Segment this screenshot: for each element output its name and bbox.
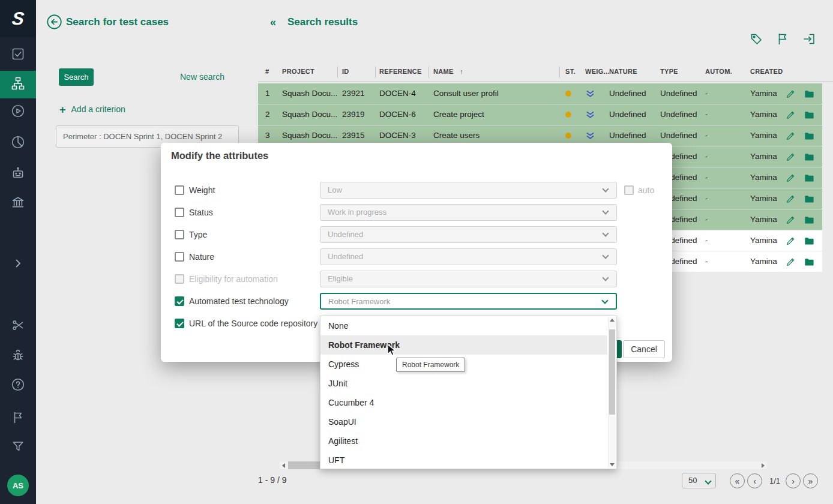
tags-icon[interactable] bbox=[749, 32, 765, 47]
collapse-results-icon[interactable]: « bbox=[270, 16, 276, 29]
dropdown-option[interactable]: SoapUI bbox=[320, 412, 607, 431]
field-checkbox[interactable] bbox=[175, 230, 184, 239]
field-checkbox[interactable] bbox=[175, 252, 184, 262]
column-separator[interactable] bbox=[337, 67, 338, 78]
sidebar-item-chevron-right[interactable] bbox=[0, 251, 36, 278]
option-tooltip: Robot Framework bbox=[396, 358, 465, 372]
edit-icon[interactable] bbox=[786, 209, 799, 227]
folder-icon[interactable] bbox=[804, 125, 817, 143]
logo-letter: S bbox=[11, 8, 25, 29]
edit-icon[interactable] bbox=[786, 104, 799, 122]
column-header[interactable]: REFERENCE bbox=[379, 68, 422, 75]
scroll-down-icon[interactable] bbox=[610, 463, 615, 466]
dropdown-option[interactable]: UFT bbox=[320, 451, 607, 469]
column-header[interactable]: ID bbox=[342, 68, 349, 75]
column-header[interactable]: ST. bbox=[565, 68, 576, 75]
flag-icon[interactable] bbox=[775, 32, 791, 47]
column-header[interactable]: TYPE bbox=[660, 68, 678, 75]
edit-icon[interactable] bbox=[786, 230, 799, 248]
dropdown-option[interactable]: Robot Framework bbox=[320, 335, 607, 355]
column-header[interactable]: PROJECT bbox=[282, 68, 314, 75]
new-search-link[interactable]: New search bbox=[180, 72, 224, 82]
column-header[interactable]: AUTOM. bbox=[705, 68, 732, 75]
field-checkbox[interactable] bbox=[175, 208, 184, 217]
auto-checkbox[interactable] bbox=[624, 185, 634, 195]
sidebar-item-bank[interactable] bbox=[0, 190, 36, 217]
folder-icon[interactable] bbox=[804, 188, 817, 206]
folder-icon[interactable] bbox=[804, 251, 817, 269]
sidebar-item-check-square[interactable] bbox=[0, 41, 36, 69]
field-select[interactable]: Undefined bbox=[320, 226, 617, 243]
folder-icon[interactable] bbox=[804, 83, 817, 101]
sidebar-item-filter[interactable] bbox=[0, 434, 36, 461]
folder-icon[interactable] bbox=[804, 209, 817, 227]
page-size-select[interactable]: 50 bbox=[682, 473, 716, 488]
sidebar-item-robot[interactable] bbox=[0, 160, 36, 188]
sidebar-item-pie-chart[interactable] bbox=[0, 130, 36, 157]
add-criterion-button[interactable]: +Add a criterion bbox=[59, 104, 125, 116]
chevron-down-icon bbox=[602, 274, 609, 281]
user-avatar[interactable]: AS bbox=[7, 475, 29, 496]
next-page-button[interactable]: › bbox=[786, 473, 801, 488]
dropdown-scrollbar-thumb[interactable] bbox=[609, 329, 615, 415]
column-header[interactable]: CREATED bbox=[750, 68, 783, 75]
edit-icon[interactable] bbox=[786, 167, 799, 185]
sidebar-item-flag[interactable] bbox=[0, 405, 36, 433]
field-select[interactable]: Robot Framework bbox=[320, 293, 617, 310]
cell-type: Undefined bbox=[660, 83, 703, 104]
edit-icon[interactable] bbox=[786, 188, 799, 206]
dropdown-option[interactable]: Cucumber 4 bbox=[320, 393, 607, 412]
field-select[interactable]: Work in progress bbox=[320, 204, 617, 221]
table-row[interactable]: 2 Squash Docu... 23919 DOCEN-6 Create pr… bbox=[258, 104, 822, 125]
field-label: Automated test technology bbox=[189, 293, 289, 310]
column-header[interactable]: NAME bbox=[433, 68, 454, 75]
column-header[interactable]: # bbox=[265, 68, 269, 75]
search-button[interactable]: Search bbox=[59, 68, 94, 86]
dropdown-scrollbar[interactable] bbox=[608, 317, 616, 467]
field-checkbox[interactable] bbox=[175, 296, 184, 306]
sidebar-item-help[interactable] bbox=[0, 372, 36, 400]
field-checkbox[interactable] bbox=[175, 185, 184, 195]
scroll-left-icon[interactable] bbox=[280, 461, 287, 469]
cell-name: Consult user profil bbox=[433, 83, 562, 104]
scroll-up-icon[interactable] bbox=[610, 319, 615, 322]
plus-icon: + bbox=[59, 104, 66, 116]
dropdown-option[interactable]: Agilitest bbox=[320, 431, 607, 451]
column-separator[interactable] bbox=[559, 67, 560, 78]
last-page-button[interactable]: » bbox=[803, 473, 818, 488]
column-header[interactable]: WEIG... bbox=[585, 68, 610, 75]
folder-icon[interactable] bbox=[804, 146, 817, 164]
sidebar-item-scissors[interactable] bbox=[0, 313, 36, 340]
edit-icon[interactable] bbox=[786, 125, 799, 143]
folder-icon[interactable] bbox=[804, 104, 817, 122]
chevron-right-icon bbox=[11, 256, 25, 273]
prev-page-button[interactable]: ‹ bbox=[747, 473, 762, 488]
field-select[interactable]: Undefined bbox=[320, 248, 617, 265]
first-page-button[interactable]: « bbox=[730, 473, 745, 488]
export-icon[interactable] bbox=[802, 32, 817, 47]
column-separator[interactable] bbox=[429, 67, 429, 78]
table-row[interactable]: 1 Squash Docu... 23921 DOCEN-4 Consult u… bbox=[258, 83, 822, 104]
sidebar-item-tree[interactable] bbox=[0, 71, 36, 98]
cancel-button[interactable]: Cancel bbox=[623, 340, 665, 358]
sidebar-item-bug[interactable] bbox=[0, 343, 36, 370]
folder-icon[interactable] bbox=[804, 167, 817, 185]
back-button[interactable] bbox=[46, 14, 62, 30]
edit-icon[interactable] bbox=[786, 83, 799, 101]
dropdown-option[interactable]: None bbox=[320, 316, 607, 335]
column-header[interactable]: NATURE bbox=[609, 68, 637, 75]
scroll-right-icon[interactable] bbox=[759, 461, 767, 469]
cell-created: Yamina bbox=[750, 104, 784, 125]
edit-icon[interactable] bbox=[786, 146, 799, 164]
field-checkbox[interactable] bbox=[175, 274, 184, 284]
field-checkbox[interactable] bbox=[175, 319, 184, 328]
field-select[interactable]: Low bbox=[320, 182, 617, 199]
sidebar-item-play-circle[interactable] bbox=[0, 98, 36, 126]
edit-icon[interactable] bbox=[786, 251, 799, 269]
column-separator[interactable] bbox=[375, 67, 376, 78]
dropdown-option[interactable]: JUnit bbox=[320, 374, 607, 393]
field-select[interactable]: Eligible bbox=[320, 271, 617, 287]
folder-icon[interactable] bbox=[804, 230, 817, 248]
squash-logo[interactable]: S bbox=[0, 0, 36, 37]
attribute-field-row: Eligibility for automation Eligible bbox=[161, 271, 672, 287]
